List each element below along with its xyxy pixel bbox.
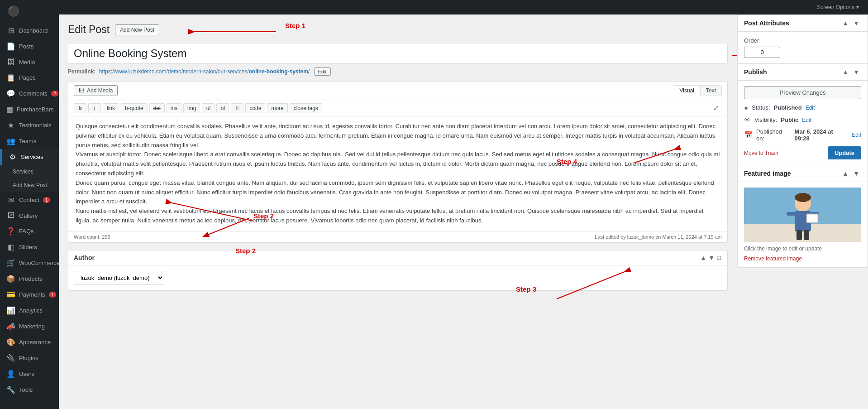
sidebar-logo: ⚫ bbox=[0, 0, 59, 23]
author-box-controls: ▲ ▼ ⊟ bbox=[700, 254, 722, 261]
sidebar-item-contact[interactable]: ✉ Contact 1 bbox=[0, 192, 59, 208]
format-close-tags[interactable]: close tags bbox=[290, 103, 322, 113]
sidebar-item-label: Sliders bbox=[19, 244, 37, 250]
format-ins[interactable]: ins bbox=[167, 103, 181, 113]
sidebar-item-posts[interactable]: 📄 Posts bbox=[0, 38, 59, 54]
published-row: 📅 Published on: Mar 6, 2024 at 09:28 Edi… bbox=[744, 128, 861, 142]
status-edit-link[interactable]: Edit bbox=[806, 105, 815, 111]
sidebar-item-purchasebars[interactable]: ▦ PurchaseBars bbox=[0, 101, 59, 117]
post-attr-down[interactable]: ▼ bbox=[851, 19, 861, 27]
content-area: Edit Post Add New Post bbox=[59, 14, 868, 409]
author-box-collapse-down[interactable]: ▼ bbox=[708, 254, 715, 261]
post-title-input[interactable] bbox=[68, 43, 728, 64]
visibility-row: 👁 Visibility: Public Edit bbox=[744, 116, 861, 124]
sidebar-item-gallery[interactable]: 🖼 Gallery bbox=[0, 208, 59, 223]
sidebar-item-woocommerce[interactable]: 🛒 WooCommerce bbox=[0, 255, 59, 271]
sidebar-item-sliders[interactable]: ◧ Sliders bbox=[0, 239, 59, 255]
visibility-icon: 👁 bbox=[744, 116, 751, 124]
sidebar-item-label: Contact bbox=[19, 197, 39, 203]
svg-rect-10 bbox=[804, 230, 809, 240]
marketing-icon: 📣 bbox=[6, 322, 15, 331]
permalink-label: Permalink: bbox=[68, 68, 95, 75]
sidebar-item-faqs[interactable]: ❓ FAQs bbox=[0, 223, 59, 239]
sidebar-item-users[interactable]: 👤 Users bbox=[0, 366, 59, 382]
preview-changes-button[interactable]: Preview Changes bbox=[744, 86, 861, 99]
status-icon: ● bbox=[744, 104, 748, 111]
author-box-collapse-up[interactable]: ▲ bbox=[700, 254, 706, 261]
word-count-label: Word count: bbox=[74, 234, 100, 240]
format-code[interactable]: code bbox=[245, 103, 265, 113]
editor-box: 🎞 Add Media Visual Text b i link b-quote bbox=[68, 81, 728, 243]
author-box-scroll[interactable]: ⊟ bbox=[716, 254, 722, 261]
sidebar-item-appearance[interactable]: 🎨 Appearance bbox=[0, 334, 59, 350]
move-to-trash-link[interactable]: Move to Trash bbox=[744, 150, 778, 156]
sidebar-item-testimonials[interactable]: ★ Testimonials bbox=[0, 117, 59, 133]
sidebar-item-payments[interactable]: 💳 Payments 1 bbox=[0, 287, 59, 303]
publish-title: Publish bbox=[744, 68, 767, 76]
sidebar-item-marketing[interactable]: 📣 Marketing bbox=[0, 318, 59, 334]
permalink-base: https://www.luzukdemo.com/demo/modern-sa… bbox=[99, 68, 249, 75]
format-italic[interactable]: i bbox=[88, 103, 101, 113]
sidebar-item-plugins[interactable]: 🔌 Plugins bbox=[0, 350, 59, 366]
format-more[interactable]: more bbox=[267, 103, 287, 113]
sidebar-item-media[interactable]: 🖼 Media bbox=[0, 54, 59, 70]
editor-content[interactable]: Quisque consectetur elit condimentum con… bbox=[68, 116, 727, 231]
word-count-area: Word count: 296 bbox=[74, 234, 110, 240]
sidebar-item-teams[interactable]: 👥 Teams bbox=[0, 133, 59, 149]
featured-image-preview[interactable] bbox=[744, 188, 861, 242]
publish-controls: ▲ ▼ bbox=[840, 68, 861, 76]
featured-img-up[interactable]: ▲ bbox=[840, 170, 850, 177]
permalink-edit-button[interactable]: Edit bbox=[314, 67, 331, 76]
sidebar-subitem-add-new[interactable]: Add New Post bbox=[0, 178, 59, 192]
add-media-button[interactable]: 🎞 Add Media bbox=[74, 85, 118, 96]
visibility-edit-link[interactable]: Edit bbox=[802, 117, 811, 123]
permalink-end: / bbox=[308, 68, 310, 75]
format-ol[interactable]: ol bbox=[216, 103, 229, 113]
post-attributes-controls: ▲ ▼ bbox=[840, 19, 861, 27]
format-img[interactable]: img bbox=[183, 103, 200, 113]
published-edit-link[interactable]: Edit bbox=[852, 132, 861, 138]
author-select[interactable]: luzuk_demo (luzuk_demo) bbox=[74, 271, 164, 285]
expand-editor-button[interactable]: ⤢ bbox=[711, 103, 722, 113]
sidebar-item-label: Dashboard bbox=[19, 27, 48, 34]
featured-image-title: Featured image bbox=[744, 170, 791, 177]
sidebar-item-pages[interactable]: 📋 Pages bbox=[0, 70, 59, 86]
sidebar-item-comments[interactable]: 💬 Comments 2 bbox=[0, 86, 59, 101]
sidebar-subitem-label: Services bbox=[13, 168, 33, 175]
sidebar-subitem-services[interactable]: Services bbox=[0, 165, 59, 178]
sidebar-item-label: PurchaseBars bbox=[17, 106, 54, 113]
author-meta-box: Author ▲ ▼ ⊟ luzuk_demo (luzuk_demo) bbox=[68, 250, 728, 291]
sidebar-item-analytics[interactable]: 📊 Analytics bbox=[0, 303, 59, 318]
sidebar-item-label: Media bbox=[19, 59, 35, 66]
format-link[interactable]: link bbox=[103, 103, 119, 113]
order-input[interactable] bbox=[744, 47, 780, 58]
screen-options-button[interactable]: Screen Options ▾ bbox=[813, 2, 863, 12]
text-tab[interactable]: Text bbox=[700, 85, 722, 96]
tools-icon: 🔧 bbox=[6, 385, 15, 394]
format-bquote[interactable]: b-quote bbox=[121, 103, 148, 113]
sidebar-item-tools[interactable]: 🔧 Tools bbox=[0, 382, 59, 398]
format-bold[interactable]: b bbox=[74, 103, 86, 113]
permalink-link[interactable]: https://www.luzukdemo.com/demo/modern-sa… bbox=[99, 68, 311, 75]
update-button[interactable]: Update bbox=[828, 146, 861, 159]
remove-featured-image-link[interactable]: Remove featured image bbox=[744, 255, 861, 262]
sidebar-item-dashboard[interactable]: ⊞ Dashboard bbox=[0, 23, 59, 38]
visual-tab[interactable]: Visual bbox=[674, 85, 700, 96]
sidebar-item-label: Posts bbox=[19, 43, 34, 50]
sidebar-item-label: Tools bbox=[19, 386, 33, 393]
format-li[interactable]: li bbox=[231, 103, 243, 113]
publish-header: Publish ▲ ▼ bbox=[738, 64, 868, 81]
faqs-icon: ❓ bbox=[6, 227, 15, 236]
format-ul[interactable]: ul bbox=[202, 103, 215, 113]
format-del[interactable]: del bbox=[149, 103, 165, 113]
publish-up[interactable]: ▲ bbox=[840, 68, 850, 76]
dashboard-icon: ⊞ bbox=[6, 26, 15, 35]
post-attr-up[interactable]: ▲ bbox=[840, 19, 850, 27]
add-new-post-button[interactable]: Add New Post bbox=[115, 24, 159, 35]
sidebar-item-services[interactable]: ⚙ Services bbox=[0, 149, 59, 165]
sidebar-item-products[interactable]: 📦 Products bbox=[0, 271, 59, 287]
featured-img-down[interactable]: ▼ bbox=[851, 170, 861, 177]
comments-icon: 💬 bbox=[6, 89, 15, 98]
last-edited: Last edited by luzuk_demo on March 11, 2… bbox=[595, 234, 722, 240]
publish-down[interactable]: ▼ bbox=[851, 68, 861, 76]
